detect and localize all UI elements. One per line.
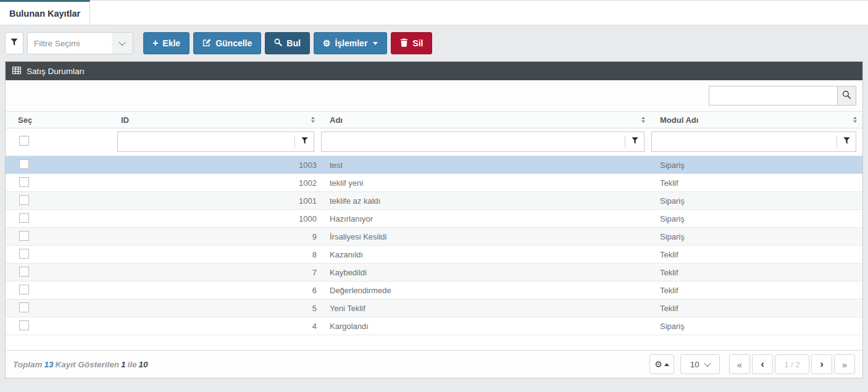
global-search-input[interactable] <box>709 86 837 106</box>
row-module-cell: Sipariş <box>651 192 862 210</box>
update-button[interactable]: Güncelle <box>193 32 261 54</box>
table-row[interactable]: 5 Yeni Teklif Teklif <box>6 299 862 317</box>
funnel-icon <box>301 137 308 146</box>
chevron-down-icon <box>119 39 125 46</box>
find-button-label: Bul <box>286 38 301 48</box>
tab-found-records[interactable]: Bulunan Kayıtlar <box>0 0 90 25</box>
page-size-select[interactable]: 10 <box>680 354 720 374</box>
angle-right-icon: › <box>820 358 824 370</box>
row-module-cell: Teklif <box>651 299 862 317</box>
row-checkbox[interactable] <box>19 213 29 223</box>
previous-page-button[interactable]: ‹ <box>752 354 773 374</box>
filter-button[interactable] <box>5 32 23 54</box>
table-row[interactable]: 8 Kazanıldı Teklif <box>6 246 862 264</box>
table-row[interactable]: 6 Değerlendirmede Teklif <box>6 281 862 299</box>
column-header-name[interactable]: Adı <box>320 112 651 128</box>
tab-label: Bulunan Kayıtlar <box>9 9 80 19</box>
row-id-cell: 9 <box>117 228 320 246</box>
row-module-cell: Teklif <box>651 264 862 281</box>
global-search-row <box>6 80 862 111</box>
row-checkbox[interactable] <box>19 285 29 294</box>
table-row[interactable]: 1001 teklife az kaldı Sipariş <box>6 192 862 210</box>
filter-selection-select[interactable]: Filtre Seçimi <box>27 32 133 54</box>
sort-icon <box>641 117 645 123</box>
row-module-cell: Sipariş <box>651 317 862 335</box>
delete-button[interactable]: Sil <box>391 32 432 54</box>
column-header-module[interactable]: Modul Adı <box>651 112 862 128</box>
table-row[interactable]: 9 İrsaliyesi Kesildi Sipariş <box>6 228 862 246</box>
global-search-button[interactable] <box>837 86 856 106</box>
row-id-cell: 1002 <box>117 174 320 192</box>
table-row[interactable]: 1003 test Sipariş <box>6 156 862 174</box>
column-header-id[interactable]: ID <box>117 112 320 128</box>
table-row[interactable]: 4 Kargolandı Sipariş <box>6 317 862 335</box>
operations-button[interactable]: ⚙ İşlemler <box>314 32 388 54</box>
filter-row <box>6 128 862 156</box>
double-angle-right-icon: » <box>842 359 847 370</box>
table-settings-button[interactable]: ⚙ <box>649 354 674 374</box>
header-row: Seç ID Adı Modul Adı <box>6 112 862 128</box>
module-filter-input[interactable] <box>652 132 837 151</box>
angle-left-icon: ‹ <box>761 358 764 370</box>
row-id-cell: 1003 <box>117 156 320 174</box>
last-page-button[interactable]: » <box>834 354 855 374</box>
row-checkbox[interactable] <box>19 159 29 169</box>
row-module-cell: Teklif <box>651 246 862 264</box>
row-id-cell: 1001 <box>117 192 320 210</box>
sort-icon <box>853 117 857 123</box>
row-module-cell: Teklif <box>651 174 862 192</box>
table-row[interactable]: 7 Kaybedildi Teklif <box>6 264 862 281</box>
records-panel: Satış Durumları Seç ID <box>5 61 863 378</box>
column-header-select: Seç <box>6 112 117 128</box>
first-page-button[interactable]: « <box>729 354 750 374</box>
table-body: 1003 test Sipariş 1002 teklif yeni Tekli… <box>6 156 862 335</box>
row-id-cell: 6 <box>117 281 320 299</box>
add-button[interactable]: + Ekle <box>143 32 190 54</box>
id-filter-funnel-button[interactable] <box>295 132 314 151</box>
row-name-cell: test <box>320 156 651 174</box>
row-name-cell: Değerlendirmede <box>320 281 651 299</box>
select-all-checkbox[interactable] <box>19 136 29 146</box>
row-checkbox[interactable] <box>19 231 29 241</box>
search-icon <box>842 90 851 101</box>
caret-down-icon <box>373 42 378 45</box>
table-row[interactable]: 1000 Hazırlanıyor Sipariş <box>6 210 862 228</box>
page-size-value: 10 <box>690 360 699 369</box>
row-name-cell: teklif yeni <box>320 174 651 192</box>
panel-footer: Toplam13Kayıt Gösterilen1ile10 ⚙ 10 « ‹ … <box>6 350 862 378</box>
row-module-cell: Sipariş <box>651 228 862 246</box>
row-checkbox[interactable] <box>19 302 29 312</box>
row-id-cell: 8 <box>117 246 320 264</box>
row-module-cell: Sipariş <box>651 156 862 174</box>
id-filter-input[interactable] <box>118 132 294 151</box>
panel-spacer <box>6 335 862 350</box>
select-caret-box <box>112 33 133 54</box>
funnel-icon <box>632 137 638 146</box>
name-filter-input[interactable] <box>322 132 625 151</box>
find-button[interactable]: Bul <box>265 32 310 54</box>
row-checkbox[interactable] <box>19 177 29 187</box>
toolbar: Filtre Seçimi + Ekle Güncelle Bul ⚙ İşle… <box>0 25 868 61</box>
module-filter-funnel-button[interactable] <box>837 132 856 151</box>
funnel-icon <box>843 137 850 146</box>
gear-icon: ⚙ <box>323 39 331 48</box>
row-name-cell: teklife az kaldı <box>320 192 651 210</box>
next-page-button[interactable]: › <box>811 354 832 374</box>
tab-bar: Bulunan Kayıtlar <box>0 0 868 25</box>
filter-selection-placeholder: Filtre Seçimi <box>34 39 80 48</box>
total-count: 13 <box>44 360 54 369</box>
page-indicator: 1 / 2 <box>775 354 809 374</box>
row-id-cell: 4 <box>117 317 320 335</box>
row-module-cell: Teklif <box>651 281 862 299</box>
row-checkbox[interactable] <box>19 267 29 277</box>
trash-icon <box>400 38 408 49</box>
row-checkbox[interactable] <box>19 195 29 205</box>
name-filter-funnel-button[interactable] <box>625 132 644 151</box>
row-checkbox[interactable] <box>19 320 29 330</box>
table-row[interactable]: 1002 teklif yeni Teklif <box>6 174 862 192</box>
row-checkbox[interactable] <box>19 249 29 259</box>
row-module-cell: Sipariş <box>651 210 862 228</box>
double-angle-left-icon: « <box>737 359 742 370</box>
panel-title: Satış Durumları <box>27 67 85 76</box>
table-grid-icon <box>12 67 21 76</box>
